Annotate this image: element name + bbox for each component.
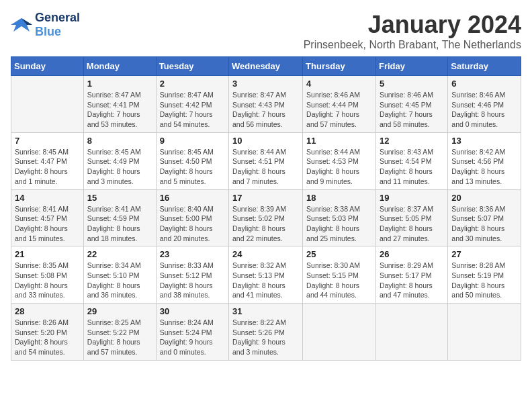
day-number: 2 (160, 79, 225, 89)
calendar-week-row: 7Sunrise: 8:45 AM Sunset: 4:47 PM Daylig… (11, 132, 521, 189)
page-subtitle: Prinsenbeek, North Brabant, The Netherla… (304, 39, 521, 51)
day-number: 16 (160, 193, 225, 203)
day-number: 8 (87, 136, 152, 146)
calendar-cell: 31Sunrise: 8:22 AM Sunset: 5:26 PM Dayli… (229, 304, 303, 361)
day-detail: Sunrise: 8:40 AM Sunset: 5:00 PM Dayligh… (160, 204, 225, 244)
day-detail: Sunrise: 8:32 AM Sunset: 5:13 PM Dayligh… (232, 261, 299, 300)
calendar-cell: 12Sunrise: 8:43 AM Sunset: 4:54 PM Dayli… (375, 132, 447, 189)
calendar-cell: 18Sunrise: 8:38 AM Sunset: 5:03 PM Dayli… (303, 189, 376, 246)
day-number: 11 (306, 136, 372, 146)
title-area: January 2024 Prinsenbeek, North Brabant,… (304, 11, 521, 51)
day-detail: Sunrise: 8:47 AM Sunset: 4:41 PM Dayligh… (87, 90, 152, 130)
day-detail: Sunrise: 8:38 AM Sunset: 5:03 PM Dayligh… (306, 204, 372, 244)
weekday-header-wednesday: Wednesday (229, 57, 303, 76)
calendar-cell: 8Sunrise: 8:45 AM Sunset: 4:49 PM Daylig… (83, 132, 156, 189)
calendar-cell: 16Sunrise: 8:40 AM Sunset: 5:00 PM Dayli… (156, 189, 228, 246)
day-detail: Sunrise: 8:35 AM Sunset: 5:08 PM Dayligh… (15, 261, 80, 300)
calendar-cell: 20Sunrise: 8:36 AM Sunset: 5:07 PM Dayli… (448, 189, 521, 246)
day-number: 7 (15, 136, 80, 146)
day-number: 26 (380, 249, 444, 259)
calendar-cell: 23Sunrise: 8:33 AM Sunset: 5:12 PM Dayli… (156, 246, 228, 304)
calendar-week-row: 1Sunrise: 8:47 AM Sunset: 4:41 PM Daylig… (11, 76, 521, 133)
day-number: 22 (87, 249, 152, 259)
calendar-cell: 4Sunrise: 8:46 AM Sunset: 4:44 PM Daylig… (303, 76, 376, 133)
calendar-cell: 22Sunrise: 8:34 AM Sunset: 5:10 PM Dayli… (83, 246, 156, 304)
header: General Blue January 2024 Prinsenbeek, N… (11, 11, 521, 51)
weekday-header-monday: Monday (83, 57, 156, 76)
day-detail: Sunrise: 8:44 AM Sunset: 4:53 PM Dayligh… (306, 147, 372, 187)
day-number: 1 (87, 79, 152, 89)
day-number: 10 (232, 136, 299, 146)
calendar-cell: 10Sunrise: 8:44 AM Sunset: 4:51 PM Dayli… (229, 132, 303, 189)
calendar-table: SundayMondayTuesdayWednesdayThursdayFrid… (11, 56, 521, 361)
day-number: 4 (306, 79, 372, 89)
day-number: 14 (15, 193, 80, 203)
calendar-cell (448, 304, 521, 361)
calendar-week-row: 14Sunrise: 8:41 AM Sunset: 4:57 PM Dayli… (11, 189, 521, 246)
calendar-cell: 1Sunrise: 8:47 AM Sunset: 4:41 PM Daylig… (83, 76, 156, 133)
day-detail: Sunrise: 8:39 AM Sunset: 5:02 PM Dayligh… (232, 204, 299, 244)
day-detail: Sunrise: 8:41 AM Sunset: 4:57 PM Dayligh… (15, 204, 80, 244)
logo-text: General Blue (35, 11, 80, 39)
day-number: 20 (451, 193, 517, 203)
day-number: 13 (451, 136, 517, 146)
day-detail: Sunrise: 8:41 AM Sunset: 4:59 PM Dayligh… (87, 204, 152, 244)
day-number: 15 (87, 193, 152, 203)
day-detail: Sunrise: 8:29 AM Sunset: 5:17 PM Dayligh… (380, 261, 444, 300)
day-detail: Sunrise: 8:45 AM Sunset: 4:47 PM Dayligh… (15, 147, 80, 187)
calendar-cell: 17Sunrise: 8:39 AM Sunset: 5:02 PM Dayli… (229, 189, 303, 246)
calendar-cell: 6Sunrise: 8:46 AM Sunset: 4:46 PM Daylig… (448, 76, 521, 133)
logo: General Blue (11, 11, 80, 39)
day-detail: Sunrise: 8:45 AM Sunset: 4:50 PM Dayligh… (160, 147, 225, 187)
calendar-cell: 15Sunrise: 8:41 AM Sunset: 4:59 PM Dayli… (83, 189, 156, 246)
day-detail: Sunrise: 8:25 AM Sunset: 5:22 PM Dayligh… (87, 318, 152, 357)
weekday-header-saturday: Saturday (448, 57, 521, 76)
calendar-week-row: 21Sunrise: 8:35 AM Sunset: 5:08 PM Dayli… (11, 246, 521, 304)
day-detail: Sunrise: 8:33 AM Sunset: 5:12 PM Dayligh… (160, 261, 225, 300)
calendar-cell: 30Sunrise: 8:24 AM Sunset: 5:24 PM Dayli… (156, 304, 228, 361)
day-number: 31 (232, 306, 299, 316)
day-detail: Sunrise: 8:24 AM Sunset: 5:24 PM Dayligh… (160, 318, 225, 357)
calendar-cell (303, 304, 376, 361)
day-number: 21 (15, 249, 80, 259)
day-detail: Sunrise: 8:46 AM Sunset: 4:45 PM Dayligh… (380, 90, 444, 130)
calendar-header: SundayMondayTuesdayWednesdayThursdayFrid… (11, 57, 521, 76)
day-number: 27 (451, 249, 517, 259)
weekday-header-sunday: Sunday (11, 57, 84, 76)
weekday-header-row: SundayMondayTuesdayWednesdayThursdayFrid… (11, 57, 521, 76)
day-number: 18 (306, 193, 372, 203)
calendar-cell (11, 76, 84, 133)
day-number: 5 (380, 79, 444, 89)
weekday-header-thursday: Thursday (303, 57, 376, 76)
day-number: 30 (160, 306, 225, 316)
day-number: 12 (380, 136, 444, 146)
day-detail: Sunrise: 8:46 AM Sunset: 4:46 PM Dayligh… (451, 90, 517, 130)
calendar-cell: 24Sunrise: 8:32 AM Sunset: 5:13 PM Dayli… (229, 246, 303, 304)
day-detail: Sunrise: 8:26 AM Sunset: 5:20 PM Dayligh… (15, 318, 80, 357)
day-detail: Sunrise: 8:34 AM Sunset: 5:10 PM Dayligh… (87, 261, 152, 300)
calendar-cell: 13Sunrise: 8:42 AM Sunset: 4:56 PM Dayli… (448, 132, 521, 189)
weekday-header-tuesday: Tuesday (156, 57, 228, 76)
day-number: 23 (160, 249, 225, 259)
calendar-cell: 5Sunrise: 8:46 AM Sunset: 4:45 PM Daylig… (375, 76, 447, 133)
day-number: 9 (160, 136, 225, 146)
day-number: 17 (232, 193, 299, 203)
calendar-body: 1Sunrise: 8:47 AM Sunset: 4:41 PM Daylig… (11, 76, 521, 361)
calendar-cell: 26Sunrise: 8:29 AM Sunset: 5:17 PM Dayli… (375, 246, 447, 304)
calendar-cell: 19Sunrise: 8:37 AM Sunset: 5:05 PM Dayli… (375, 189, 447, 246)
day-detail: Sunrise: 8:36 AM Sunset: 5:07 PM Dayligh… (451, 204, 517, 244)
logo-icon (11, 15, 32, 34)
day-detail: Sunrise: 8:28 AM Sunset: 5:19 PM Dayligh… (451, 261, 517, 300)
day-detail: Sunrise: 8:22 AM Sunset: 5:26 PM Dayligh… (232, 318, 299, 357)
calendar-cell: 3Sunrise: 8:47 AM Sunset: 4:43 PM Daylig… (229, 76, 303, 133)
day-number: 24 (232, 249, 299, 259)
day-number: 6 (451, 79, 517, 89)
day-detail: Sunrise: 8:47 AM Sunset: 4:42 PM Dayligh… (160, 90, 225, 130)
calendar-cell: 14Sunrise: 8:41 AM Sunset: 4:57 PM Dayli… (11, 189, 84, 246)
day-detail: Sunrise: 8:47 AM Sunset: 4:43 PM Dayligh… (232, 90, 299, 130)
calendar-cell (375, 304, 447, 361)
calendar-cell: 29Sunrise: 8:25 AM Sunset: 5:22 PM Dayli… (83, 304, 156, 361)
calendar-cell: 25Sunrise: 8:30 AM Sunset: 5:15 PM Dayli… (303, 246, 376, 304)
day-detail: Sunrise: 8:42 AM Sunset: 4:56 PM Dayligh… (451, 147, 517, 187)
calendar-cell: 28Sunrise: 8:26 AM Sunset: 5:20 PM Dayli… (11, 304, 84, 361)
